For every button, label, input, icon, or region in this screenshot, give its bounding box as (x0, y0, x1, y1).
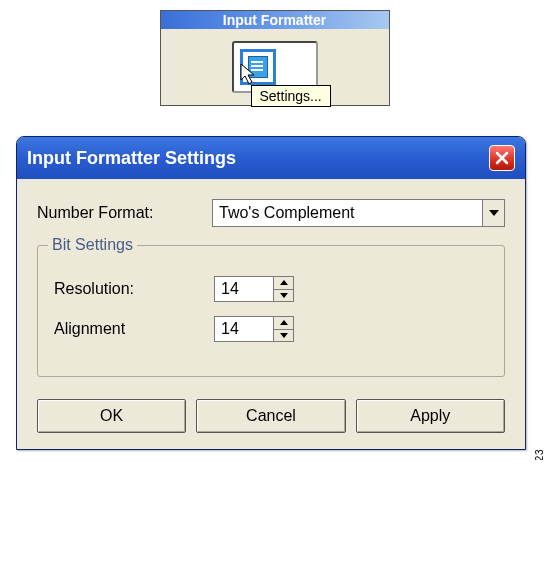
alignment-spin-buttons (273, 317, 293, 341)
number-format-combo[interactable]: Two's Complement (212, 199, 505, 227)
close-button[interactable] (489, 145, 515, 171)
ok-button[interactable]: OK (37, 399, 186, 433)
resolution-row: Resolution: 14 (54, 276, 488, 302)
tooltip-text: Settings... (260, 88, 322, 104)
alignment-row: Alignment 14 (54, 316, 488, 342)
input-formatter-window: Input Formatter Settings... (160, 10, 390, 106)
dialog-titlebar[interactable]: Input Formatter Settings (17, 137, 525, 179)
mini-window-body: Settings... (161, 29, 389, 105)
alignment-up-button[interactable] (274, 317, 293, 330)
bit-settings-group: Bit Settings Resolution: 14 Alignment 14 (37, 245, 505, 377)
chevron-down-icon (280, 293, 288, 298)
chevron-up-icon (280, 320, 288, 325)
resolution-value[interactable]: 14 (215, 277, 273, 301)
mini-window-titlebar: Input Formatter (161, 11, 389, 29)
alignment-value[interactable]: 14 (215, 317, 273, 341)
number-format-value: Two's Complement (213, 200, 482, 226)
form-icon (248, 56, 268, 78)
dialog-title: Input Formatter Settings (27, 148, 236, 169)
resolution-down-button[interactable] (274, 290, 293, 302)
alignment-spinner[interactable]: 14 (214, 316, 294, 342)
number-format-label: Number Format: (37, 204, 212, 222)
resolution-label: Resolution: (54, 280, 214, 298)
close-icon (495, 151, 509, 165)
chevron-down-icon (489, 210, 499, 216)
combo-dropdown-button[interactable] (482, 200, 504, 226)
alignment-down-button[interactable] (274, 330, 293, 342)
apply-label: Apply (410, 407, 450, 425)
ok-label: OK (100, 407, 123, 425)
chevron-up-icon (280, 280, 288, 285)
settings-icon[interactable] (240, 49, 276, 85)
cancel-button[interactable]: Cancel (196, 399, 345, 433)
tooltip: Settings... (251, 85, 331, 107)
bit-settings-legend: Bit Settings (48, 236, 137, 254)
reference-id: 06683-023 (534, 449, 545, 460)
resolution-spinner[interactable]: 14 (214, 276, 294, 302)
cancel-label: Cancel (246, 407, 296, 425)
alignment-label: Alignment (54, 320, 214, 338)
settings-dialog: Input Formatter Settings Number Format: … (16, 136, 526, 450)
number-format-row: Number Format: Two's Complement (37, 199, 505, 227)
dialog-body: Number Format: Two's Complement Bit Sett… (17, 179, 525, 449)
dialog-button-row: OK Cancel Apply (37, 399, 505, 433)
chevron-down-icon (280, 333, 288, 338)
apply-button[interactable]: Apply (356, 399, 505, 433)
resolution-up-button[interactable] (274, 277, 293, 290)
mini-window-title: Input Formatter (223, 12, 326, 28)
resolution-spin-buttons (273, 277, 293, 301)
